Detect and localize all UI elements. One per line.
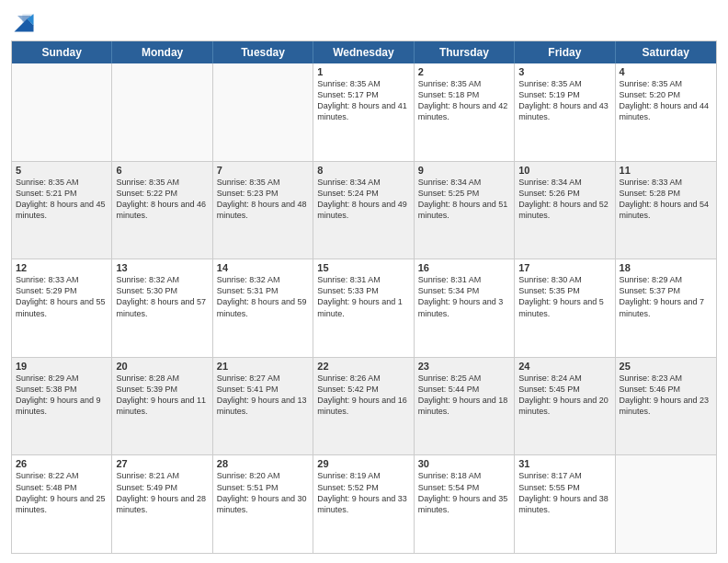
day-cell: 13Sunrise: 8:32 AM Sunset: 5:30 PM Dayli… [112,259,212,357]
day-cell: 3Sunrise: 8:35 AM Sunset: 5:19 PM Daylig… [515,63,615,161]
day-number: 5 [16,165,108,176]
day-info: Sunrise: 8:35 AM Sunset: 5:22 PM Dayligh… [116,177,208,222]
week-row: 19Sunrise: 8:29 AM Sunset: 5:38 PM Dayli… [12,357,716,455]
day-info: Sunrise: 8:34 AM Sunset: 5:24 PM Dayligh… [317,177,409,222]
day-info: Sunrise: 8:29 AM Sunset: 5:37 PM Dayligh… [620,274,712,319]
day-cell: 6Sunrise: 8:35 AM Sunset: 5:22 PM Daylig… [112,162,212,259]
day-cell: 20Sunrise: 8:28 AM Sunset: 5:39 PM Dayli… [112,358,212,455]
day-info: Sunrise: 8:22 AM Sunset: 5:48 PM Dayligh… [16,470,108,515]
day-info: Sunrise: 8:29 AM Sunset: 5:38 PM Dayligh… [16,373,108,418]
day-number: 12 [16,262,108,273]
day-header: Saturday [616,41,716,63]
day-info: Sunrise: 8:33 AM Sunset: 5:29 PM Dayligh… [16,274,108,319]
day-number: 1 [317,66,409,77]
day-info: Sunrise: 8:35 AM Sunset: 5:20 PM Dayligh… [620,78,712,123]
day-number: 17 [518,262,610,273]
day-number: 16 [418,262,510,273]
day-cell: 21Sunrise: 8:27 AM Sunset: 5:41 PM Dayli… [213,358,313,455]
day-info: Sunrise: 8:25 AM Sunset: 5:44 PM Dayligh… [418,373,510,418]
day-cell [213,63,313,161]
day-cell: 4Sunrise: 8:35 AM Sunset: 5:20 PM Daylig… [616,63,716,161]
calendar: SundayMondayTuesdayWednesdayThursdayFrid… [11,40,717,554]
day-info: Sunrise: 8:24 AM Sunset: 5:45 PM Dayligh… [518,373,610,418]
day-number: 7 [217,165,309,176]
day-header: Thursday [415,41,515,63]
day-info: Sunrise: 8:35 AM Sunset: 5:21 PM Dayligh… [16,177,108,222]
day-info: Sunrise: 8:35 AM Sunset: 5:18 PM Dayligh… [418,78,510,123]
day-header: Tuesday [213,41,313,63]
day-number: 21 [217,361,309,372]
day-info: Sunrise: 8:35 AM Sunset: 5:17 PM Dayligh… [317,78,409,123]
day-cell: 11Sunrise: 8:33 AM Sunset: 5:28 PM Dayli… [616,162,716,259]
day-info: Sunrise: 8:31 AM Sunset: 5:33 PM Dayligh… [317,274,409,319]
day-number: 11 [620,165,712,176]
week-row: 1Sunrise: 8:35 AM Sunset: 5:17 PM Daylig… [12,63,716,161]
day-info: Sunrise: 8:26 AM Sunset: 5:42 PM Dayligh… [317,373,409,418]
weeks: 1Sunrise: 8:35 AM Sunset: 5:17 PM Daylig… [12,63,716,553]
day-info: Sunrise: 8:19 AM Sunset: 5:52 PM Dayligh… [317,470,409,515]
day-info: Sunrise: 8:31 AM Sunset: 5:34 PM Dayligh… [418,274,510,319]
day-cell: 5Sunrise: 8:35 AM Sunset: 5:21 PM Daylig… [12,162,112,259]
week-row: 26Sunrise: 8:22 AM Sunset: 5:48 PM Dayli… [12,454,716,553]
day-cell: 22Sunrise: 8:26 AM Sunset: 5:42 PM Dayli… [313,358,414,455]
day-info: Sunrise: 8:33 AM Sunset: 5:28 PM Dayligh… [620,177,712,222]
day-cell: 31Sunrise: 8:17 AM Sunset: 5:55 PM Dayli… [515,455,615,553]
day-number: 27 [116,458,208,469]
day-number: 26 [16,458,108,469]
day-number: 19 [16,361,108,372]
day-header: Monday [112,41,212,63]
day-number: 9 [418,165,510,176]
day-cell: 23Sunrise: 8:25 AM Sunset: 5:44 PM Dayli… [415,358,515,455]
day-number: 30 [418,458,510,469]
day-cell [12,63,112,161]
day-info: Sunrise: 8:27 AM Sunset: 5:41 PM Dayligh… [217,373,309,418]
day-number: 4 [620,66,712,77]
day-number: 18 [620,262,712,273]
day-cell: 27Sunrise: 8:21 AM Sunset: 5:49 PM Dayli… [112,455,212,553]
day-info: Sunrise: 8:20 AM Sunset: 5:51 PM Dayligh… [217,470,309,515]
day-number: 13 [116,262,208,273]
day-cell: 15Sunrise: 8:31 AM Sunset: 5:33 PM Dayli… [313,259,414,357]
day-number: 24 [518,361,610,372]
week-row: 12Sunrise: 8:33 AM Sunset: 5:29 PM Dayli… [12,259,716,357]
day-number: 10 [518,165,610,176]
day-info: Sunrise: 8:30 AM Sunset: 5:35 PM Dayligh… [518,274,610,319]
day-header: Friday [515,41,615,63]
day-number: 29 [317,458,409,469]
day-info: Sunrise: 8:32 AM Sunset: 5:31 PM Dayligh… [217,274,309,319]
day-header: Wednesday [313,41,414,63]
day-cell: 7Sunrise: 8:35 AM Sunset: 5:23 PM Daylig… [213,162,313,259]
day-cell: 1Sunrise: 8:35 AM Sunset: 5:17 PM Daylig… [313,63,414,161]
page-container: SundayMondayTuesdayWednesdayThursdayFrid… [0,0,728,563]
day-headers: SundayMondayTuesdayWednesdayThursdayFrid… [12,41,716,63]
day-cell: 18Sunrise: 8:29 AM Sunset: 5:37 PM Dayli… [616,259,716,357]
day-info: Sunrise: 8:28 AM Sunset: 5:39 PM Dayligh… [116,373,208,418]
day-number: 28 [217,458,309,469]
day-info: Sunrise: 8:35 AM Sunset: 5:19 PM Dayligh… [518,78,610,123]
day-number: 15 [317,262,409,273]
day-number: 25 [620,361,712,372]
day-number: 3 [518,66,610,77]
day-cell: 25Sunrise: 8:23 AM Sunset: 5:46 PM Dayli… [616,358,716,455]
day-cell: 10Sunrise: 8:34 AM Sunset: 5:26 PM Dayli… [515,162,615,259]
day-number: 6 [116,165,208,176]
day-cell: 16Sunrise: 8:31 AM Sunset: 5:34 PM Dayli… [415,259,515,357]
page-header [11,9,717,35]
day-info: Sunrise: 8:35 AM Sunset: 5:23 PM Dayligh… [217,177,309,222]
day-cell: 2Sunrise: 8:35 AM Sunset: 5:18 PM Daylig… [415,63,515,161]
day-info: Sunrise: 8:23 AM Sunset: 5:46 PM Dayligh… [620,373,712,418]
day-cell: 30Sunrise: 8:18 AM Sunset: 5:54 PM Dayli… [415,455,515,553]
day-number: 2 [418,66,510,77]
day-cell: 9Sunrise: 8:34 AM Sunset: 5:25 PM Daylig… [415,162,515,259]
day-info: Sunrise: 8:34 AM Sunset: 5:26 PM Dayligh… [518,177,610,222]
day-number: 31 [518,458,610,469]
day-cell: 17Sunrise: 8:30 AM Sunset: 5:35 PM Dayli… [515,259,615,357]
day-cell: 28Sunrise: 8:20 AM Sunset: 5:51 PM Dayli… [213,455,313,553]
day-cell: 8Sunrise: 8:34 AM Sunset: 5:24 PM Daylig… [313,162,414,259]
day-number: 23 [418,361,510,372]
day-info: Sunrise: 8:32 AM Sunset: 5:30 PM Dayligh… [116,274,208,319]
day-cell: 29Sunrise: 8:19 AM Sunset: 5:52 PM Dayli… [313,455,414,553]
day-number: 14 [217,262,309,273]
day-info: Sunrise: 8:21 AM Sunset: 5:49 PM Dayligh… [116,470,208,515]
day-cell: 12Sunrise: 8:33 AM Sunset: 5:29 PM Dayli… [12,259,112,357]
